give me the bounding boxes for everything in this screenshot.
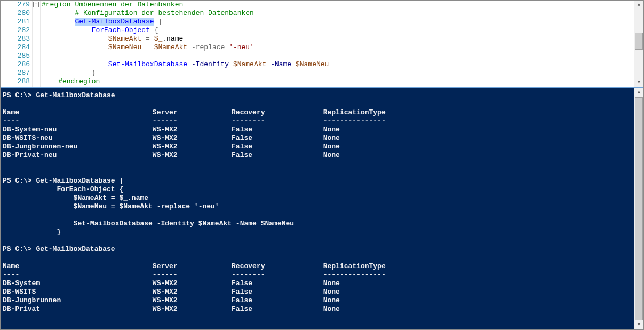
code-token xyxy=(291,60,296,68)
code-token xyxy=(187,60,192,68)
console-continuation-line: } xyxy=(3,228,632,237)
code-token: name xyxy=(166,35,183,43)
console-continuation-line: $NameAkt = $_.name xyxy=(3,194,632,202)
scroll-up-arrow-icon[interactable]: ▲ xyxy=(634,1,643,10)
code-token xyxy=(141,43,146,51)
console-table-divider: ---- ------ -------- --------------- xyxy=(3,271,632,279)
console-vertical-scrollbar[interactable]: ▲ ▼ xyxy=(634,88,643,329)
code-token xyxy=(42,9,75,17)
console-table-row: DB-System-neu WS-MX2 False None xyxy=(3,125,632,134)
console-blank-line xyxy=(3,211,632,219)
code-line[interactable]: #endregion xyxy=(42,77,634,86)
console-continuation-line: $NameNeu = $NameAkt -replace '-neu' xyxy=(3,202,632,211)
code-token: Set-MailboxDatabase xyxy=(108,60,187,68)
code-line[interactable]: Set-MailboxDatabase -Identity $NameAkt -… xyxy=(42,60,634,69)
console-pane: PS C:\> Get-MailboxDatabase Name Server … xyxy=(1,88,643,329)
code-token: = xyxy=(146,43,150,51)
code-token xyxy=(42,60,108,68)
line-number: 282 xyxy=(1,26,30,35)
code-token: '-neu' xyxy=(229,43,254,51)
code-token: #endregion xyxy=(58,77,100,85)
code-token xyxy=(141,35,146,43)
code-token xyxy=(42,77,58,85)
fold-toggle-icon[interactable]: − xyxy=(33,2,39,7)
console-prompt-line: PS C:\> Get-MailboxDatabase xyxy=(3,245,632,254)
code-token: $NameAkt xyxy=(108,35,141,43)
code-token: # Konfiguration der bestehenden Datenban… xyxy=(75,9,253,17)
code-area[interactable]: #region Umbenennen der Datenbanken # Kon… xyxy=(41,1,634,87)
code-token: . xyxy=(162,35,166,43)
code-token: $NameAkt xyxy=(233,60,266,68)
console-blank-line xyxy=(3,160,632,168)
code-token xyxy=(42,69,92,77)
code-token xyxy=(42,26,92,34)
console-output[interactable]: PS C:\> Get-MailboxDatabase Name Server … xyxy=(1,88,634,329)
line-number: 288 xyxy=(1,77,30,86)
code-token: = xyxy=(146,35,150,43)
code-token: -replace xyxy=(192,43,225,51)
console-blank-line xyxy=(3,237,632,245)
code-token: { xyxy=(154,26,158,34)
console-prompt-line: PS C:\> Get-MailboxDatabase xyxy=(3,91,632,100)
code-token xyxy=(42,35,108,43)
code-token: Get-MailboxDatabase xyxy=(75,18,154,26)
script-editor-pane: 279280281282283284285286287288 − #region… xyxy=(1,1,643,88)
code-fold-column: − xyxy=(33,1,41,87)
editor-vertical-scrollbar[interactable]: ▲ ▼ xyxy=(634,1,643,87)
line-number: 280 xyxy=(1,9,30,18)
code-token: $_ xyxy=(154,35,163,43)
code-line[interactable] xyxy=(42,52,634,60)
code-token xyxy=(266,60,271,68)
code-token xyxy=(150,43,154,51)
code-token xyxy=(42,43,108,51)
console-continuation-line: Set-MailboxDatabase -Identity $NameAkt -… xyxy=(3,219,632,228)
code-token xyxy=(225,43,229,51)
code-token xyxy=(229,60,233,68)
line-number: 286 xyxy=(1,60,30,69)
code-token: } xyxy=(92,69,96,77)
code-token: -Name xyxy=(271,60,291,68)
code-token xyxy=(42,18,75,26)
console-continuation-line: ForEach-Object { xyxy=(3,185,632,194)
code-token: #region Umbenennen der Datenbanken xyxy=(42,1,183,9)
scroll-down-arrow-icon[interactable]: ▼ xyxy=(634,320,643,329)
code-token xyxy=(187,43,192,51)
console-blank-line xyxy=(3,100,632,108)
line-number: 284 xyxy=(1,43,30,52)
console-blank-line xyxy=(3,254,632,262)
scroll-up-arrow-icon[interactable]: ▲ xyxy=(634,88,643,97)
line-number-gutter: 279280281282283284285286287288 xyxy=(1,1,33,87)
code-line[interactable]: } xyxy=(42,69,634,77)
code-line[interactable]: $NameNeu = $NameAkt -replace '-neu' xyxy=(42,43,634,52)
scroll-down-arrow-icon[interactable]: ▼ xyxy=(634,78,643,87)
line-number: 285 xyxy=(1,52,30,60)
console-scroll-thumb[interactable] xyxy=(635,97,643,320)
code-token: ForEach-Object xyxy=(92,26,150,34)
code-line[interactable]: Get-MailboxDatabase | xyxy=(42,18,634,26)
code-line[interactable]: $NameAkt = $_.name xyxy=(42,35,634,43)
code-line[interactable]: # Konfiguration der bestehenden Datenban… xyxy=(42,9,634,18)
code-token: $NameNeu xyxy=(108,43,141,51)
console-prompt-line: PS C:\> Get-MailboxDatabase | xyxy=(3,177,632,185)
console-table-row: DB-Jungbrunnen WS-MX2 False None xyxy=(3,296,632,305)
code-token xyxy=(150,35,154,43)
code-line[interactable]: ForEach-Object { xyxy=(42,26,634,35)
line-number: 279 xyxy=(1,1,30,9)
editor-scroll-thumb[interactable] xyxy=(635,33,643,50)
line-number: 281 xyxy=(1,18,30,26)
console-table-row: DB-Privat-neu WS-MX2 False None xyxy=(3,151,632,160)
console-table-row: DB-Jungbrunnen-neu WS-MX2 False None xyxy=(3,143,632,151)
code-token: $NameAkt xyxy=(154,43,187,51)
console-table-header: Name Server Recovery ReplicationType xyxy=(3,262,632,271)
console-table-row: DB-System WS-MX2 False None xyxy=(3,279,632,288)
line-number: 283 xyxy=(1,35,30,43)
code-token: | xyxy=(158,18,162,26)
line-number: 287 xyxy=(1,69,30,77)
code-token: $NameNeu xyxy=(296,60,329,68)
code-line[interactable]: #region Umbenennen der Datenbanken xyxy=(42,1,634,9)
code-token xyxy=(150,26,154,34)
console-table-header: Name Server Recovery ReplicationType xyxy=(3,108,632,117)
console-table-row: DB-Privat WS-MX2 False None xyxy=(3,305,632,313)
code-token: -Identity xyxy=(192,60,229,68)
console-table-divider: ---- ------ -------- --------------- xyxy=(3,117,632,125)
